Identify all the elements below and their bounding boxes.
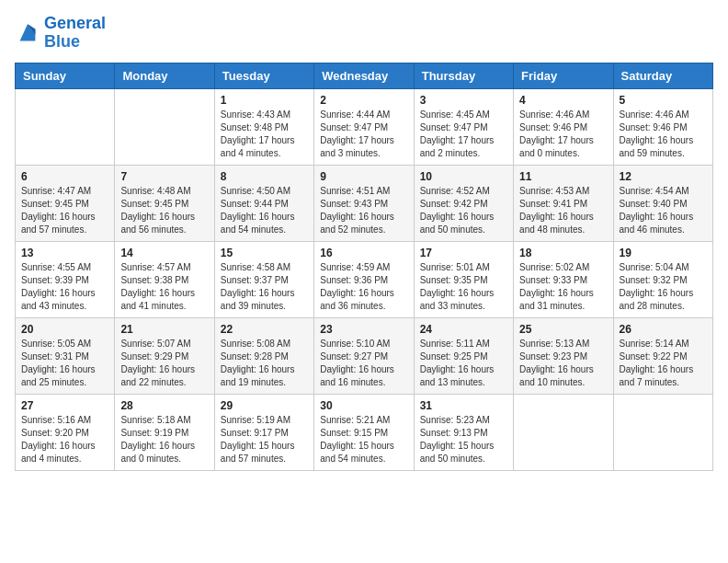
- day-number: 8: [221, 170, 308, 183]
- cell-info: Sunrise: 5:10 AM: [320, 338, 407, 350]
- weekday-header: Tuesday: [214, 63, 313, 88]
- calendar-cell: [514, 394, 613, 470]
- cell-info: Daylight: 16 hours and 48 minutes.: [519, 211, 607, 236]
- cell-info: Sunset: 9:35 PM: [420, 274, 507, 287]
- cell-info: Sunrise: 4:46 AM: [519, 109, 607, 121]
- cell-info: Sunset: 9:13 PM: [420, 427, 507, 440]
- calendar-cell: 9Sunrise: 4:51 AMSunset: 9:43 PMDaylight…: [314, 165, 414, 241]
- calendar-cell: 19Sunrise: 5:04 AMSunset: 9:32 PMDayligh…: [613, 241, 712, 317]
- calendar-cell: 16Sunrise: 4:59 AMSunset: 9:36 PMDayligh…: [314, 241, 414, 317]
- cell-info: Daylight: 17 hours and 2 minutes.: [420, 134, 507, 160]
- cell-info: Sunset: 9:45 PM: [120, 198, 208, 211]
- day-number: 2: [320, 94, 407, 107]
- cell-info: Daylight: 17 hours and 0 minutes.: [519, 134, 607, 160]
- cell-info: Sunrise: 5:05 AM: [21, 338, 108, 350]
- cell-info: Sunset: 9:38 PM: [120, 274, 208, 287]
- cell-info: Sunset: 9:20 PM: [21, 427, 108, 440]
- cell-info: Sunrise: 4:53 AM: [519, 185, 607, 198]
- cell-info: Daylight: 16 hours and 25 minutes.: [21, 363, 108, 389]
- cell-info: Sunset: 9:15 PM: [320, 427, 407, 440]
- day-number: 18: [519, 247, 607, 259]
- day-number: 20: [21, 323, 108, 336]
- cell-info: Sunrise: 4:44 AM: [320, 109, 407, 121]
- day-number: 5: [620, 94, 707, 107]
- cell-info: Sunset: 9:32 PM: [620, 274, 707, 287]
- calendar-cell: 30Sunrise: 5:21 AMSunset: 9:15 PMDayligh…: [314, 394, 414, 470]
- weekday-header: Friday: [514, 63, 613, 88]
- day-number: 23: [320, 323, 407, 336]
- cell-info: Daylight: 17 hours and 3 minutes.: [320, 134, 407, 160]
- cell-info: Sunrise: 5:18 AM: [120, 414, 208, 427]
- cell-info: Daylight: 16 hours and 39 minutes.: [221, 287, 308, 313]
- day-number: 6: [21, 170, 108, 183]
- cell-info: Sunset: 9:46 PM: [620, 121, 707, 134]
- calendar-cell: 11Sunrise: 4:53 AMSunset: 9:41 PMDayligh…: [514, 165, 613, 241]
- day-number: 10: [420, 170, 507, 183]
- cell-info: Daylight: 16 hours and 57 minutes.: [21, 211, 108, 236]
- cell-info: Daylight: 17 hours and 4 minutes.: [221, 134, 308, 160]
- cell-info: Sunset: 9:28 PM: [221, 350, 308, 363]
- day-number: 21: [120, 323, 208, 336]
- cell-info: Sunset: 9:47 PM: [320, 121, 407, 134]
- calendar-cell: 31Sunrise: 5:23 AMSunset: 9:13 PMDayligh…: [414, 394, 513, 470]
- cell-info: Daylight: 16 hours and 59 minutes.: [620, 134, 707, 160]
- cell-info: Sunset: 9:33 PM: [519, 274, 607, 287]
- cell-info: Sunset: 9:42 PM: [420, 198, 507, 211]
- day-number: 4: [519, 94, 607, 107]
- cell-info: Daylight: 15 hours and 50 minutes.: [420, 440, 507, 465]
- cell-info: Sunset: 9:37 PM: [221, 274, 308, 287]
- cell-info: Sunset: 9:25 PM: [420, 350, 507, 363]
- cell-info: Daylight: 16 hours and 4 minutes.: [21, 440, 108, 465]
- cell-info: Sunrise: 4:43 AM: [221, 109, 308, 121]
- cell-info: Daylight: 16 hours and 7 minutes.: [620, 363, 707, 389]
- cell-info: Sunset: 9:17 PM: [221, 427, 308, 440]
- cell-info: Daylight: 16 hours and 56 minutes.: [120, 211, 208, 236]
- cell-info: Sunrise: 4:54 AM: [620, 185, 707, 198]
- day-number: 11: [519, 170, 607, 183]
- cell-info: Sunrise: 5:01 AM: [420, 261, 507, 274]
- cell-info: Daylight: 16 hours and 52 minutes.: [320, 211, 407, 236]
- calendar-cell: 10Sunrise: 4:52 AMSunset: 9:42 PMDayligh…: [414, 165, 513, 241]
- weekday-header: Sunday: [16, 63, 115, 88]
- day-number: 31: [420, 399, 507, 412]
- calendar-cell: 29Sunrise: 5:19 AMSunset: 9:17 PMDayligh…: [214, 394, 313, 470]
- calendar-cell: 6Sunrise: 4:47 AMSunset: 9:45 PMDaylight…: [16, 165, 115, 241]
- calendar-cell: 26Sunrise: 5:14 AMSunset: 9:22 PMDayligh…: [613, 317, 712, 394]
- cell-info: Sunrise: 4:59 AM: [320, 261, 407, 274]
- cell-info: Sunset: 9:40 PM: [620, 198, 707, 211]
- day-number: 29: [221, 399, 308, 412]
- calendar-cell: 14Sunrise: 4:57 AMSunset: 9:38 PMDayligh…: [115, 241, 214, 317]
- day-number: 17: [420, 247, 507, 259]
- cell-info: Daylight: 16 hours and 43 minutes.: [21, 287, 108, 313]
- cell-info: Sunrise: 5:11 AM: [420, 338, 507, 350]
- cell-info: Sunrise: 4:51 AM: [320, 185, 407, 198]
- weekday-header: Thursday: [414, 63, 513, 88]
- calendar-cell: [115, 88, 214, 165]
- day-number: 16: [320, 247, 407, 259]
- cell-info: Daylight: 15 hours and 54 minutes.: [320, 440, 407, 465]
- day-number: 1: [221, 94, 308, 107]
- cell-info: Sunrise: 5:07 AM: [120, 338, 208, 350]
- calendar-cell: 25Sunrise: 5:13 AMSunset: 9:23 PMDayligh…: [514, 317, 613, 394]
- cell-info: Sunrise: 4:57 AM: [120, 261, 208, 274]
- cell-info: Sunrise: 4:58 AM: [221, 261, 308, 274]
- cell-info: Sunset: 9:29 PM: [120, 350, 208, 363]
- cell-info: Sunrise: 4:48 AM: [120, 185, 208, 198]
- calendar-cell: 18Sunrise: 5:02 AMSunset: 9:33 PMDayligh…: [514, 241, 613, 317]
- calendar-cell: 15Sunrise: 4:58 AMSunset: 9:37 PMDayligh…: [214, 241, 313, 317]
- calendar-cell: 2Sunrise: 4:44 AMSunset: 9:47 PMDaylight…: [314, 88, 414, 165]
- cell-info: Sunset: 9:43 PM: [320, 198, 407, 211]
- weekday-header: Saturday: [613, 63, 712, 88]
- cell-info: Sunrise: 4:47 AM: [21, 185, 108, 198]
- day-number: 26: [620, 323, 707, 336]
- weekday-header: Monday: [115, 63, 214, 88]
- calendar-cell: 21Sunrise: 5:07 AMSunset: 9:29 PMDayligh…: [115, 317, 214, 394]
- cell-info: Sunset: 9:46 PM: [519, 121, 607, 134]
- calendar-cell: [613, 394, 712, 470]
- day-number: 27: [21, 399, 108, 412]
- day-number: 14: [120, 247, 208, 259]
- calendar-table: SundayMondayTuesdayWednesdayThursdayFrid…: [15, 63, 713, 471]
- cell-info: Sunrise: 5:08 AM: [221, 338, 308, 350]
- logo: General Blue: [15, 15, 106, 52]
- calendar-cell: 17Sunrise: 5:01 AMSunset: 9:35 PMDayligh…: [414, 241, 513, 317]
